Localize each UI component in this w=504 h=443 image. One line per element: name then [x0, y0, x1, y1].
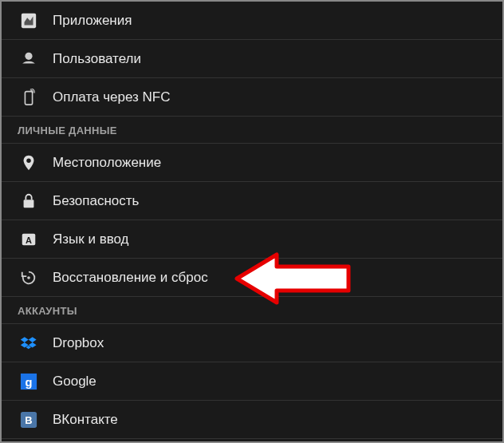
dropbox-icon: [19, 334, 38, 353]
google-icon: g: [19, 372, 38, 391]
svg-text:A: A: [26, 235, 32, 244]
lock-icon: [19, 192, 38, 211]
language-icon: A: [19, 230, 38, 249]
users-icon: [19, 49, 38, 69]
section-header-accounts: АККАУНТЫ: [2, 297, 502, 324]
item-label: Местоположение: [53, 155, 161, 171]
svg-text:B: B: [25, 413, 32, 425]
section-header-personal: ЛИЧНЫЕ ДАННЫЕ: [2, 117, 502, 144]
settings-item-vk[interactable]: B ВКонтакте: [2, 401, 502, 439]
settings-item-location[interactable]: Местоположение: [2, 144, 502, 182]
item-label: Пользователи: [53, 51, 141, 67]
settings-item-users[interactable]: Пользователи: [2, 40, 502, 78]
svg-rect-4: [25, 91, 32, 105]
settings-list: Приложения Пользователи Оплата через NFC…: [2, 2, 502, 439]
restore-icon: [19, 268, 38, 287]
nfc-icon: [19, 88, 38, 107]
vk-icon: B: [19, 410, 38, 429]
settings-item-apps[interactable]: Приложения: [2, 2, 502, 40]
item-label: Dropbox: [53, 335, 104, 351]
settings-item-dropbox[interactable]: Dropbox: [2, 324, 502, 362]
settings-item-language[interactable]: A Язык и ввод: [2, 220, 502, 259]
settings-item-backup-reset[interactable]: Восстановление и сброс: [2, 259, 502, 297]
svg-rect-6: [24, 200, 34, 208]
item-label: Приложения: [53, 13, 132, 29]
item-label: Google: [53, 374, 96, 390]
settings-item-google[interactable]: g Google: [2, 362, 502, 401]
svg-point-5: [26, 158, 31, 163]
item-label: Язык и ввод: [53, 231, 129, 247]
svg-rect-3: [20, 63, 37, 68]
item-label: Оплата через NFC: [53, 89, 171, 105]
location-icon: [19, 153, 38, 172]
svg-text:g: g: [26, 375, 33, 388]
item-label: Восстановление и сброс: [53, 270, 208, 286]
svg-point-9: [27, 276, 30, 279]
svg-point-1: [25, 52, 32, 59]
item-label: Безопасность: [53, 193, 139, 209]
apps-icon: [19, 11, 38, 30]
settings-item-security[interactable]: Безопасность: [2, 182, 502, 220]
item-label: ВКонтакте: [53, 412, 118, 428]
settings-item-nfc[interactable]: Оплата через NFC: [2, 78, 502, 117]
